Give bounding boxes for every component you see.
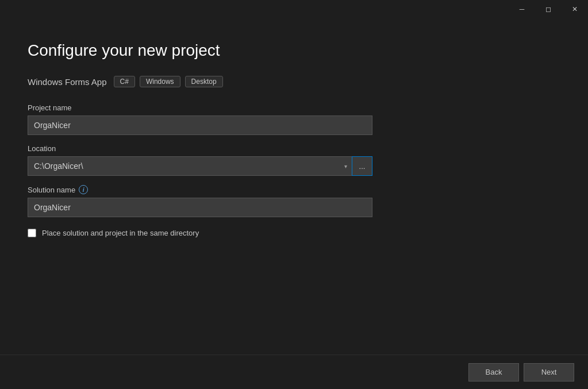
location-select[interactable]: C:\OrgaNicer\: [28, 156, 352, 176]
same-directory-checkbox[interactable]: [28, 229, 36, 237]
close-button[interactable]: ✕: [562, 0, 588, 18]
project-name-input[interactable]: [28, 115, 372, 135]
minimize-button[interactable]: ─: [509, 0, 535, 18]
browse-button[interactable]: ...: [352, 156, 372, 176]
solution-name-label: Solution name i: [28, 185, 372, 194]
tag-csharp: C#: [114, 76, 135, 87]
location-label: Location: [28, 144, 372, 153]
app-type-label: Windows Forms App: [28, 77, 107, 87]
back-button[interactable]: Back: [468, 363, 519, 382]
tag-desktop: Desktop: [185, 76, 223, 87]
info-icon: i: [79, 185, 88, 194]
restore-button[interactable]: ◻: [535, 0, 562, 18]
app-type-row: Windows Forms App C# Windows Desktop: [28, 76, 560, 87]
page-title: Configure your new project: [28, 41, 560, 60]
location-field: Location C:\OrgaNicer\ ▾ ...: [28, 144, 372, 176]
solution-name-input[interactable]: [28, 198, 372, 217]
bottom-bar: Back Next: [0, 355, 588, 389]
title-bar: ─ ◻ ✕: [509, 0, 588, 18]
location-row: C:\OrgaNicer\ ▾ ...: [28, 156, 372, 176]
location-select-wrapper: C:\OrgaNicer\ ▾: [28, 156, 352, 176]
main-content: Configure your new project Windows Forms…: [0, 18, 588, 389]
solution-name-field: Solution name i: [28, 185, 372, 217]
next-button[interactable]: Next: [524, 363, 574, 382]
project-name-field: Project name: [28, 103, 372, 135]
same-directory-row: Place solution and project in the same d…: [28, 229, 372, 237]
same-directory-label[interactable]: Place solution and project in the same d…: [42, 229, 199, 237]
configure-form: Project name Location C:\OrgaNicer\ ▾ ..…: [28, 103, 372, 237]
tag-windows: Windows: [140, 76, 180, 87]
project-name-label: Project name: [28, 103, 372, 112]
